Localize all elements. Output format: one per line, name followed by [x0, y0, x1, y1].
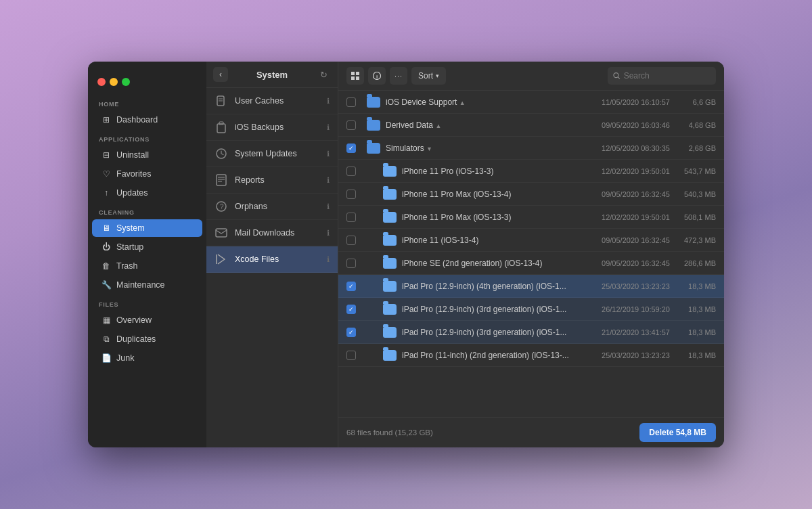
more-button[interactable]: ···	[390, 67, 407, 85]
overview-icon: ▦	[102, 315, 111, 325]
sort-button[interactable]: Sort ▾	[411, 67, 446, 85]
file-checkbox[interactable]	[346, 236, 356, 245]
svg-rect-17	[356, 76, 359, 80]
sidebar-item-label: Dashboard	[116, 115, 158, 125]
mail-downloads-label: Mail Downloads	[235, 228, 320, 238]
user-caches-label: User Caches	[235, 96, 320, 106]
back-button[interactable]: ‹	[213, 67, 228, 82]
folder-icon	[383, 258, 397, 269]
table-row[interactable]: iPhone 11 Pro Max (iOS-13-3) 12/02/2020 …	[338, 206, 724, 229]
file-name: iPad Pro (12.9-inch) (3rd generation) (i…	[402, 305, 570, 314]
middle-item-orphans[interactable]: ? Orphans ℹ	[206, 194, 338, 220]
file-checkbox[interactable]: ✓	[346, 305, 356, 314]
folder-icon	[383, 327, 397, 338]
delete-button[interactable]: Delete 54,8 MB	[639, 423, 716, 442]
middle-item-reports[interactable]: Reports ℹ	[206, 167, 338, 194]
svg-text:?: ?	[220, 203, 224, 211]
file-date: 26/12/2019 10:59:20	[575, 305, 670, 313]
table-row[interactable]: Derived Data ▲ 09/05/2020 16:03:46 4,68 …	[338, 114, 724, 137]
sidebar-item-updates[interactable]: ↑ Updates	[92, 184, 202, 202]
file-size: 286,6 MB	[675, 259, 716, 267]
middle-item-xcode-files[interactable]: Xcode Files ℹ	[206, 246, 338, 273]
file-checkbox[interactable]: ✓	[346, 282, 356, 291]
file-date: 11/05/2020 16:10:57	[575, 98, 670, 106]
middle-item-mail-downloads[interactable]: Mail Downloads ℹ	[206, 220, 338, 246]
orphans-label: Orphans	[235, 202, 320, 211]
minimize-button[interactable]	[110, 78, 118, 86]
file-date: 09/05/2020 16:03:46	[575, 121, 670, 129]
file-checkbox[interactable]: ✓	[346, 328, 356, 337]
file-checkbox[interactable]	[346, 190, 356, 199]
folder-icon	[383, 281, 397, 292]
sidebar-item-uninstall[interactable]: ⊟ Uninstall	[92, 146, 202, 164]
sidebar-item-maintenance[interactable]: 🔧 Maintenance	[92, 276, 202, 294]
sidebar-item-favorites[interactable]: ♡ Favorites	[92, 165, 202, 183]
main-panel: i ··· Sort ▾ iOS Device Support ▲ 11/05/…	[338, 62, 724, 447]
search-input[interactable]	[624, 71, 710, 81]
file-list: iOS Device Support ▲ 11/05/2020 16:10:57…	[338, 91, 724, 417]
sidebar-item-system[interactable]: 🖥 System	[92, 219, 202, 237]
middle-item-ios-backups[interactable]: iOS Backups ℹ	[206, 114, 338, 141]
middle-item-system-updates[interactable]: System Updates ℹ	[206, 141, 338, 167]
sidebar-item-label: Favorites	[116, 169, 151, 179]
file-name: iPhone 11 Pro Max (iOS-13-3)	[402, 213, 570, 222]
svg-rect-12	[216, 229, 227, 237]
file-checkbox[interactable]	[346, 259, 356, 268]
file-date: 12/05/2020 08:30:35	[575, 144, 670, 152]
file-size: 18,3 MB	[675, 328, 716, 336]
app-window: HOME ⊞ Dashboard APPLICATIONS ⊟ Uninstal…	[88, 62, 724, 447]
sidebar-item-label: Updates	[116, 188, 148, 198]
system-updates-info: ℹ	[327, 150, 330, 158]
system-updates-label: System Updates	[235, 149, 320, 158]
file-size: 508,1 MB	[675, 213, 716, 221]
middle-item-user-caches[interactable]: User Caches ℹ	[206, 88, 338, 114]
dashboard-icon: ⊞	[102, 115, 111, 125]
sidebar-item-label: Startup	[116, 242, 143, 252]
table-row[interactable]: ✓ Simulators ▼ 12/05/2020 08:30:35 2,68 …	[338, 137, 724, 160]
svg-point-20	[614, 73, 618, 78]
table-row[interactable]: iPhone 11 (iOS-13-4) 09/05/2020 16:32:45…	[338, 229, 724, 252]
file-checkbox[interactable]	[346, 120, 356, 130]
middle-panel-title: System	[228, 70, 316, 80]
table-row[interactable]: iPhone 11 Pro Max (iOS-13-4) 09/05/2020 …	[338, 183, 724, 206]
table-row[interactable]: ✓ iPad Pro (12.9-inch) (3rd generation) …	[338, 321, 724, 344]
close-button[interactable]	[97, 78, 106, 86]
file-name: iPad Pro (11-inch) (2nd generation) (iOS…	[402, 351, 570, 360]
svg-text:i: i	[376, 74, 378, 80]
file-checkbox[interactable]	[346, 167, 356, 176]
file-date: 21/02/2020 13:41:57	[575, 328, 670, 336]
info-button[interactable]: i	[368, 67, 386, 85]
file-checkbox[interactable]	[346, 351, 356, 360]
table-row[interactable]: ✓ iPad Pro (12.9-inch) (3rd generation) …	[338, 298, 724, 321]
view-grid-button[interactable]	[346, 67, 364, 85]
sidebar-item-junk[interactable]: 📄 Junk	[92, 349, 202, 367]
folder-icon	[367, 143, 380, 154]
svg-rect-16	[351, 76, 355, 80]
table-row[interactable]: iOS Device Support ▲ 11/05/2020 16:10:57…	[338, 91, 724, 114]
table-row[interactable]: ✓ iPad Pro (12.9-inch) (4th generation) …	[338, 275, 724, 298]
search-icon	[613, 72, 621, 80]
search-box[interactable]	[608, 67, 716, 85]
file-name: iPhone 11 Pro (iOS-13-3)	[402, 167, 570, 176]
sidebar-item-dashboard[interactable]: ⊞ Dashboard	[92, 111, 202, 129]
sidebar-item-overview[interactable]: ▦ Overview	[92, 311, 202, 329]
sidebar-item-label: Duplicates	[116, 334, 156, 344]
sidebar-section-cleaning: CLEANING	[88, 202, 206, 219]
sidebar-item-startup[interactable]: ⏻ Startup	[92, 238, 202, 256]
orphans-info: ℹ	[327, 202, 330, 211]
file-name: Derived Data ▲	[386, 120, 570, 130]
file-checkbox[interactable]: ✓	[346, 143, 356, 153]
file-checkbox[interactable]	[346, 213, 356, 222]
file-checkbox[interactable]	[346, 97, 356, 107]
table-row[interactable]: iPhone 11 Pro (iOS-13-3) 12/02/2020 19:5…	[338, 160, 724, 183]
svg-rect-6	[217, 175, 226, 185]
reports-info: ℹ	[327, 176, 330, 185]
sidebar-item-duplicates[interactable]: ⧉ Duplicates	[92, 330, 202, 348]
table-row[interactable]: iPad Pro (11-inch) (2nd generation) (iOS…	[338, 344, 724, 367]
sidebar-item-trash[interactable]: 🗑 Trash	[92, 257, 202, 275]
updates-icon: ↑	[102, 188, 111, 198]
file-size: 18,3 MB	[675, 282, 716, 290]
maximize-button[interactable]	[122, 78, 130, 86]
table-row[interactable]: iPhone SE (2nd generation) (iOS-13-4) 09…	[338, 252, 724, 275]
refresh-button[interactable]: ↻	[316, 67, 331, 82]
